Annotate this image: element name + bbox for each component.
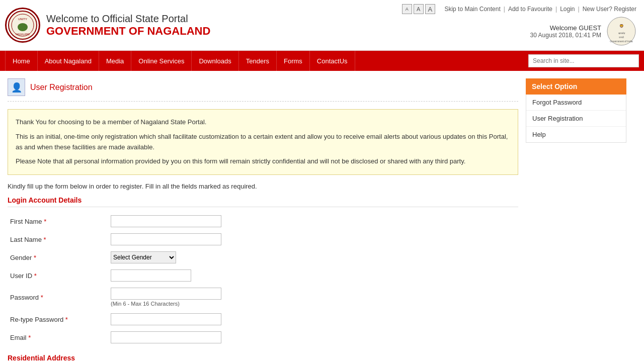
password-row: Password * (Min 6 - Max 16 Characters) [8,285,518,310]
user-id-row: User ID * [8,266,518,285]
favourite-link[interactable]: Add to Favourite [508,6,552,13]
fill-instruction: Kindly fill up the form below in order t… [8,183,518,190]
welcome-text: Welcome GUEST [530,24,601,32]
svg-text:🦁: 🦁 [619,24,624,28]
search-input[interactable] [528,54,639,67]
skip-link[interactable]: Skip to Main Content [444,6,500,13]
gender-row: Gender * Select Gender Male Female Other [8,248,518,266]
page-icon: 👤 [8,78,25,96]
nav-downloads[interactable]: Downloads [192,51,238,71]
email-row: Email * [8,328,518,346]
nav-tenders[interactable]: Tenders [239,51,277,71]
svg-text:सत्यमेव: सत्यमेव [618,32,625,35]
login-link[interactable]: Login [560,6,575,13]
sidebar-header: Select Option [526,78,626,95]
page-title: User Registration [30,83,93,92]
login-form: First Name * Last Name * Gender [8,212,518,346]
email-input[interactable] [111,331,221,343]
main-nav: Home About Nagaland Media Online Service… [0,51,644,71]
info-line2: This is an initial, one-time only regist… [16,132,510,153]
email-label: Email * [8,328,108,346]
retype-password-input[interactable] [111,313,221,325]
nav-contact[interactable]: ContactUs [310,51,355,71]
emblem: 🦁 सत्यमेव जयते Government of India [606,16,636,46]
logo: UNITY NAGALAND [5,8,40,43]
site-header: UNITY NAGALAND Welcome to Official State… [0,0,644,51]
svg-point-3 [18,23,28,31]
font-small-btn[interactable]: A [402,4,412,14]
nav-media[interactable]: Media [99,51,131,71]
user-id-input[interactable] [111,269,191,282]
password-label: Password * [8,285,108,310]
sidebar-item-help[interactable]: Help [526,127,626,142]
retype-password-label: Re-type Password * [8,310,108,328]
first-name-label: First Name * [8,212,108,230]
svg-text:Government of India: Government of India [610,40,633,43]
site-title-sub: GOVERNMENT OF NAGALAND [46,25,210,38]
main-container: 👤 User Registration Thank You for choosi… [0,71,634,362]
info-box: Thank You for choosing to be a member of… [8,109,518,175]
header-left: UNITY NAGALAND Welcome to Official State… [5,8,210,43]
address-section-title: Residential Address [8,354,518,362]
last-name-row: Last Name * [8,230,518,248]
first-name-input[interactable] [111,215,221,227]
date-text: 30 August 2018, 01:41 PM [530,32,601,39]
site-title-main: Welcome to Official State Portal [46,13,210,25]
sidebar-menu: Forgot Password User Registration Help [526,95,626,143]
sidebar: Select Option Forgot Password User Regis… [526,78,626,362]
retype-password-row: Re-type Password * [8,310,518,328]
login-section-title: Login Account Details [8,196,518,207]
register-link[interactable]: New User? Register [583,6,636,13]
info-line1: Thank You for choosing to be a member of… [16,117,510,128]
content-area: 👤 User Registration Thank You for choosi… [8,78,518,362]
nav-online-services[interactable]: Online Services [131,51,192,71]
page-title-bar: 👤 User Registration [8,78,518,102]
svg-text:जयते: जयते [618,36,624,39]
user-id-label: User ID * [8,266,108,285]
search-box[interactable] [528,54,639,67]
first-name-row: First Name * [8,212,518,230]
font-medium-btn[interactable]: A [414,4,424,14]
svg-text:UNITY: UNITY [18,18,27,21]
font-controls: A A A [402,4,435,14]
top-links: A A A Skip to Main Content | Add to Favo… [402,4,636,14]
last-name-label: Last Name * [8,230,108,248]
info-line3: Please Note that all personal informatio… [16,156,510,167]
password-hint: (Min 6 - Max 16 Characters) [111,301,180,307]
site-title: Welcome to Official State Portal GOVERNM… [46,13,210,38]
sidebar-item-forgot-password[interactable]: Forgot Password [526,95,626,111]
nav-forms[interactable]: Forms [277,51,310,71]
sidebar-item-user-registration[interactable]: User Registration [526,111,626,127]
password-input[interactable] [111,288,221,300]
header-right: A A A Skip to Main Content | Add to Favo… [402,4,636,46]
gender-select[interactable]: Select Gender Male Female Other [111,251,176,263]
font-large-btn[interactable]: A [425,4,435,14]
nav-about[interactable]: About Nagaland [38,51,99,71]
nav-home[interactable]: Home [5,51,38,71]
svg-text:NAGALAND: NAGALAND [16,33,30,36]
last-name-input[interactable] [111,233,221,245]
gender-label: Gender * [8,248,108,266]
